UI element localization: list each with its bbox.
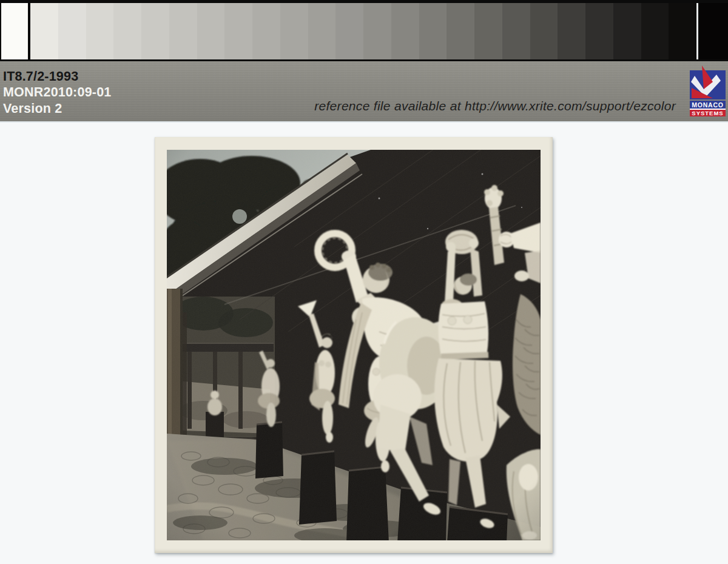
- gray-step: [447, 3, 474, 59]
- logo-monaco-text: MONACO: [692, 101, 724, 109]
- scanned-page: IT8.7/2-1993 MONR2010:09-01 Version 2 re…: [0, 0, 728, 564]
- gray-step: [252, 3, 280, 59]
- gray-step: [419, 3, 447, 59]
- gray-step: [669, 3, 696, 59]
- gray-step: [585, 3, 613, 59]
- reference-note: reference file available at http://www.x…: [314, 99, 676, 113]
- grayscale-wedge: [0, 3, 728, 59]
- gray-step: [30, 3, 58, 59]
- gray-step: [113, 3, 141, 59]
- standard-label: IT8.7/2-1993: [3, 69, 78, 84]
- gray-step: [363, 3, 391, 59]
- photo-print: [155, 137, 553, 553]
- gray-step: [308, 3, 336, 59]
- label-band: IT8.7/2-1993 MONR2010:09-01 Version 2 re…: [0, 61, 728, 123]
- gray-step: [280, 3, 308, 59]
- film-grain: [167, 150, 541, 540]
- monaco-systems-logo: MONACO SYSTEMS: [690, 65, 726, 117]
- gray-step: [335, 3, 363, 59]
- gray-step: [641, 3, 669, 59]
- version-label: Version 2: [3, 101, 62, 116]
- black-reference-patch: [698, 3, 728, 59]
- gray-step: [391, 3, 419, 59]
- it8-calibration-strip: IT8.7/2-1993 MONR2010:09-01 Version 2 re…: [0, 0, 728, 123]
- gray-step: [224, 3, 252, 59]
- gray-step: [502, 3, 530, 59]
- monaco-logo-mark: MONACO SYSTEMS: [690, 65, 726, 117]
- gray-step: [141, 3, 169, 59]
- target-id-label: MONR2010:09-01: [3, 85, 111, 100]
- photograph: [167, 150, 541, 540]
- gray-step: [613, 3, 641, 59]
- gray-step: [558, 3, 585, 59]
- white-reference-patch: [0, 3, 30, 59]
- gray-step: [86, 3, 114, 59]
- gray-step: [474, 3, 502, 59]
- gray-step: [169, 3, 197, 59]
- grayscale-steps: [30, 3, 696, 59]
- gray-step: [58, 3, 86, 59]
- gray-step: [530, 3, 558, 59]
- gray-step: [197, 3, 225, 59]
- logo-systems-text: SYSTEMS: [692, 110, 723, 116]
